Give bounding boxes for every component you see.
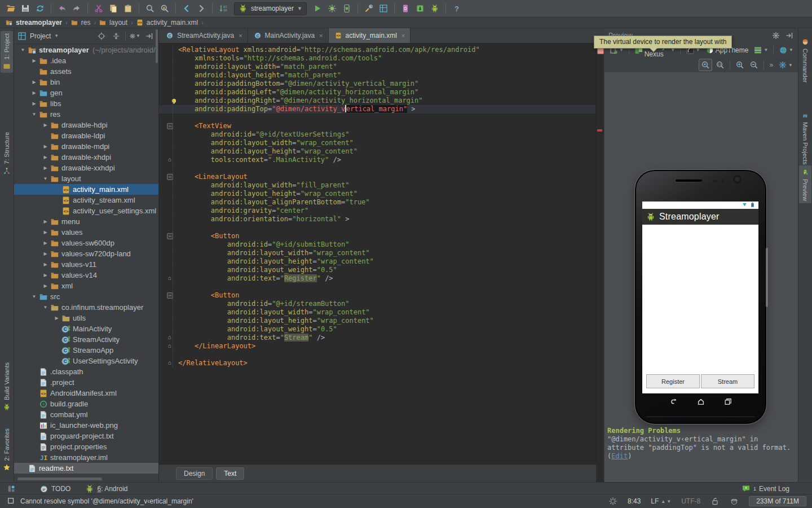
tree-item-drawable-mdpi[interactable]: ▶drawable-mdpi: [14, 141, 158, 152]
code-line[interactable]: android:paddingLeft="@dimen/activity_hor…: [159, 88, 596, 97]
breadcrumb-item[interactable]: layout: [98, 18, 127, 27]
edit-link[interactable]: Edit: [611, 452, 628, 460]
code-line[interactable]: [159, 164, 596, 173]
tree-item-drawable-ldpi[interactable]: drawable-ldpi: [14, 130, 158, 141]
tree-collapsed-arrow-icon[interactable]: ▶: [30, 101, 38, 106]
code-line[interactable]: android:layout_height="wrap_content": [159, 190, 596, 198]
tool-stripe-tab-2-favorites[interactable]: 2: Favorites: [1, 426, 13, 474]
run-button[interactable]: [310, 2, 325, 15]
avd-manager-button[interactable]: [413, 2, 427, 15]
tree-item-drawable-xxhdpi[interactable]: ▶drawable-xxhdpi: [14, 163, 158, 173]
tree-collapsed-arrow-icon[interactable]: ▶: [41, 144, 50, 149]
fold-marker-icon[interactable]: −: [167, 233, 173, 239]
tree-item-xml[interactable]: ▶xml: [14, 281, 158, 291]
code-line[interactable]: ⌂</RelativeLayout>: [159, 359, 596, 367]
code-line[interactable]: android:paddingTop="@dimen/activity_vert…: [159, 105, 596, 113]
line-ending-selector[interactable]: LF▲▼: [651, 497, 671, 505]
code-line[interactable]: android:layout_width="match_parent": [159, 63, 596, 71]
tree-item-gen[interactable]: ▶gen: [14, 87, 158, 98]
code-line[interactable]: android:layout_weight="0.5": [159, 266, 596, 274]
paste-button[interactable]: [121, 2, 135, 15]
code-line[interactable]: android:layout_width="fill_parent": [159, 181, 596, 190]
tree-item-src[interactable]: ▼src: [14, 291, 158, 302]
fold-end-marker-icon[interactable]: ⌂: [167, 343, 172, 348]
code-line[interactable]: [159, 113, 596, 122]
tree-item-values-sw600dp[interactable]: ▶values-sw600dp: [14, 238, 158, 248]
tree-collapsed-arrow-icon[interactable]: ▶: [41, 230, 50, 235]
breadcrumb-item[interactable]: <>activity_main.xml: [135, 18, 198, 27]
register-button[interactable]: Register: [646, 374, 700, 388]
tree-item-androidmanifest-xml[interactable]: <>AndroidManifest.xml: [14, 388, 158, 398]
fold-marker-icon[interactable]: −: [167, 292, 173, 299]
tree-item-values-v14[interactable]: ▶values-v14: [14, 270, 158, 281]
tree-collapsed-arrow-icon[interactable]: ▶: [41, 165, 50, 170]
code-line[interactable]: − <LinearLayout: [159, 173, 596, 181]
chevron-down-icon[interactable]: ▼: [54, 33, 59, 38]
tool-stripe-tab-build-variants[interactable]: Build Variants: [1, 360, 13, 414]
preview-settings-gear-icon[interactable]: [771, 31, 780, 40]
tree-collapsed-arrow-icon[interactable]: ▶: [41, 122, 50, 128]
event-log-tab[interactable]: 1 Event Log: [742, 484, 789, 493]
tree-collapsed-arrow-icon[interactable]: ▶: [30, 90, 38, 95]
tree-item-res[interactable]: ▼res: [14, 109, 158, 120]
code-line[interactable]: − <TextView: [159, 122, 596, 130]
code-line[interactable]: android:layout_alignParentBottom="true": [159, 198, 596, 207]
tree-item-bin[interactable]: ▶bin: [14, 77, 158, 87]
tree-expanded-arrow-icon[interactable]: ▼: [41, 305, 50, 310]
back-button[interactable]: [179, 2, 194, 15]
layout-variant-button[interactable]: ▼: [752, 45, 770, 56]
tool-stripe-tab-1-project[interactable]: 1: Project: [1, 31, 13, 73]
tree-item-menu[interactable]: ▶menu: [14, 216, 158, 227]
tree-item-ic-launcher-web-png[interactable]: ic_launcher-web.png: [14, 420, 158, 431]
collapse-all-button[interactable]: [111, 31, 122, 41]
open-button[interactable]: [3, 2, 18, 15]
home-nav-icon[interactable]: [696, 398, 706, 406]
code-line[interactable]: android:layout_width="wrap_content": [159, 249, 596, 257]
code-line[interactable]: android:id="@+id/streamButton": [159, 300, 596, 308]
close-icon[interactable]: ×: [319, 32, 323, 39]
sdk-manager-button[interactable]: [427, 2, 442, 15]
tree-item-values-v11[interactable]: ▶values-v11: [14, 259, 158, 270]
tree-item-combat-yml[interactable]: combat.yml: [14, 409, 158, 420]
hide-panel-button[interactable]: [144, 31, 155, 41]
tree-collapsed-arrow-icon[interactable]: ▶: [41, 155, 50, 160]
editor-mode-tab-text[interactable]: Text: [216, 467, 244, 480]
zoom-out-button[interactable]: [748, 59, 760, 71]
code-line[interactable]: android:id="@+id/submitButton": [159, 240, 596, 249]
tree-item-activity-main-xml[interactable]: <>activity_main.xml: [14, 184, 158, 195]
tree-item-proguard-project-txt[interactable]: proguard-project.txt: [14, 431, 158, 441]
tree-collapsed-arrow-icon[interactable]: ▶: [41, 273, 50, 278]
tree-item--project[interactable]: .project: [14, 377, 158, 388]
code-line[interactable]: android:paddingRight="@dimen/activity_ho…: [159, 97, 596, 105]
back-nav-icon[interactable]: [669, 398, 679, 406]
compile-button[interactable]: 0110: [216, 2, 231, 15]
code-line[interactable]: xmlns:tools="http://schemas.android.com/…: [159, 54, 596, 63]
code-line[interactable]: [159, 351, 596, 359]
recents-nav-icon[interactable]: [723, 398, 733, 406]
tree-item--idea[interactable]: ▶.idea: [14, 55, 158, 66]
tree-item-build-gradle[interactable]: build.gradle: [14, 398, 158, 409]
run-configuration-selector[interactable]: streamoplayer▼: [234, 2, 307, 15]
code-line[interactable]: android:layout_height="wrap_content": [159, 257, 596, 266]
tree-item-streamoapp[interactable]: CStreamoApp: [14, 345, 158, 356]
find-button[interactable]: [143, 2, 157, 15]
tree-item-utils[interactable]: ▶utils: [14, 313, 158, 323]
tool-stripe-tab-maven-projects[interactable]: mMaven Projects: [799, 108, 811, 167]
cut-button[interactable]: [91, 2, 106, 15]
sync-button[interactable]: [33, 2, 47, 15]
breadcrumb-item[interactable]: streamoplayer: [5, 18, 62, 27]
code-line[interactable]: android:layout_width="wrap_content": [159, 139, 596, 147]
fold-end-marker-icon[interactable]: ⌂: [167, 335, 172, 340]
code-line[interactable]: <RelativeLayout xmlns:android="http://sc…: [159, 46, 596, 54]
editor-error-stripe[interactable]: [595, 43, 604, 465]
sync-project-button[interactable]: [398, 2, 413, 15]
tree-expanded-arrow-icon[interactable]: ▼: [30, 294, 38, 299]
error-stripe-mark[interactable]: [597, 129, 602, 132]
tree-item-project-properties[interactable]: project.properties: [14, 441, 158, 452]
caret-position[interactable]: 8:43: [628, 497, 641, 505]
tree-item-values[interactable]: ▶values: [14, 227, 158, 238]
tree-collapsed-arrow-icon[interactable]: ▶: [41, 251, 50, 256]
tree-item-streamoplayer[interactable]: ▼streamoplayer(~/projects/android/: [14, 45, 158, 55]
panel-settings-button[interactable]: ▼: [129, 31, 140, 41]
tree-item-values-sw720dp-land[interactable]: ▶values-sw720dp-land: [14, 248, 158, 259]
